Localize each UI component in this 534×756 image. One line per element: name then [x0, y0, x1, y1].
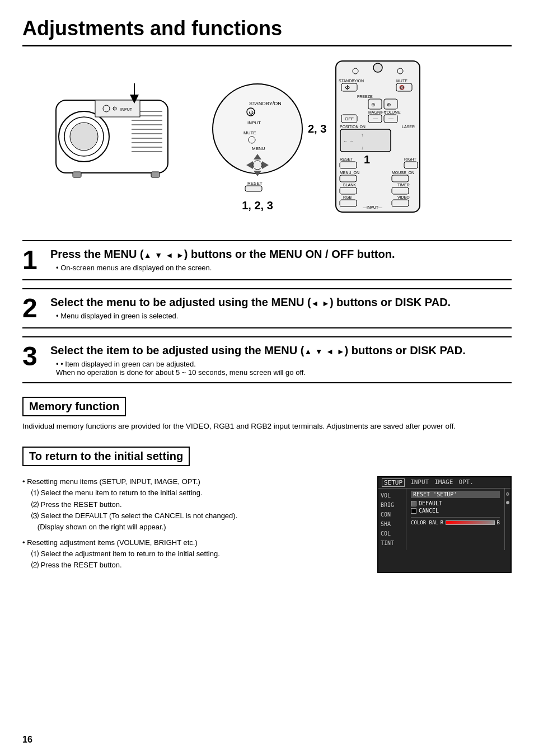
svg-text:MUTE: MUTE — [243, 130, 256, 135]
svg-point-38 — [373, 63, 382, 72]
svg-rect-14 — [95, 100, 140, 117]
menu-tab-image: IMAGE — [434, 478, 453, 487]
svg-rect-68 — [404, 162, 418, 168]
svg-text:MUTE: MUTE — [396, 79, 407, 83]
reset-bullet-1-sub2: ⑵ Press the RESET button. — [22, 499, 366, 510]
reset-bullet-1-sub3b: (Display shown on the right will appear.… — [22, 522, 366, 533]
svg-text:BLANK: BLANK — [343, 183, 356, 187]
svg-rect-42 — [341, 83, 357, 91]
bottom-section: Resetting menu items (SETUP, INPUT, IMAG… — [22, 476, 512, 573]
svg-rect-75 — [340, 187, 357, 194]
svg-rect-71 — [340, 175, 357, 182]
menu-label-con: CON — [381, 510, 404, 519]
svg-text:STANDBY/ON: STANDBY/ON — [339, 79, 364, 83]
svg-text:↓: ↓ — [361, 145, 363, 151]
svg-text:🔇: 🔇 — [399, 84, 405, 90]
svg-text:RGB: RGB — [343, 195, 352, 199]
diagram-area: INPUT STANDBY/ON — [22, 55, 512, 229]
svg-text:FREEZE: FREEZE — [357, 95, 373, 98]
reset-bullet-2: Resetting adjustment items (VOLUME, BRIG… — [22, 537, 366, 571]
page: Adjustments and functions — [0, 0, 534, 756]
step-2-heading: Select the menu to be adjusted using the… — [50, 295, 512, 309]
reset-bullet-1-sub3: ⑶ Select the DEFAULT (To select the CANC… — [22, 510, 366, 522]
menu-tab-bar: SETUP INPUT IMAGE OPT. — [378, 477, 510, 489]
svg-text:—INPUT—: —INPUT— — [363, 205, 382, 209]
menu-label-vol: VOL — [381, 491, 404, 500]
reset-instructions: Resetting menu items (SETUP, INPUT, IMAG… — [22, 476, 366, 573]
memory-function-text: Individual memory functions are provided… — [22, 421, 512, 432]
memory-function-heading: Memory function — [22, 397, 126, 416]
reset-bullet-2-sub1: ⑴ Select the adjustment item to return t… — [22, 548, 366, 560]
step-2-sub: Menu displayed in green is selected. — [50, 312, 512, 320]
svg-text:MENU_ON: MENU_ON — [340, 171, 359, 175]
menu-colorbar: COLOR BAL R B — [411, 517, 500, 525]
menu-dialog-title: RESET 'SETUP' — [411, 491, 500, 498]
menu-label-tint: TINT — [381, 538, 404, 548]
step-1-block: 1 Press the MENU (▲ ▼ ◄ ►) buttons or th… — [22, 240, 512, 280]
svg-text:INPUT: INPUT — [247, 120, 261, 125]
svg-text:POSITION ON: POSITION ON — [340, 125, 366, 129]
reset-bullet-1-sub1: ⑴ Select the menu item to return to the … — [22, 487, 366, 499]
step-2-number: 2 — [22, 295, 44, 322]
menu-labels: VOL BRIG CON SHA COL TINT — [378, 489, 406, 550]
diagram-label-123: 1, 2, 3 — [242, 199, 273, 212]
menu-tab-input: INPUT — [410, 478, 429, 487]
svg-text:⏻: ⏻ — [249, 110, 254, 115]
page-number: 16 — [22, 735, 32, 745]
reset-section-heading: To return to the initial setting — [22, 447, 190, 466]
menu-label-sha: SHA — [381, 519, 404, 529]
svg-text:RIGHT: RIGHT — [404, 157, 417, 161]
svg-text:⊕: ⊕ — [387, 102, 391, 107]
svg-text:TIMER: TIMER — [397, 183, 410, 187]
step-3-heading: Select the item to be adjusted using the… — [50, 343, 512, 358]
reset-bullet-1: Resetting menu items (SETUP, INPUT, IMAG… — [22, 476, 366, 533]
svg-text:RESET: RESET — [247, 181, 263, 186]
menu-icon-dot: ● — [506, 499, 509, 505]
svg-rect-80 — [392, 200, 409, 206]
step-1-content: Press the MENU (▲ ▼ ◄ ►) buttons or the … — [50, 247, 512, 272]
menu-tab-opt: OPT. — [458, 478, 474, 487]
svg-text:INPUT: INPUT — [120, 107, 133, 111]
svg-rect-76 — [392, 187, 409, 194]
step-1-heading: Press the MENU (▲ ▼ ◄ ►) buttons or the … — [50, 247, 512, 261]
step-3-sub2: When no operation is done for about 5 ~ … — [50, 368, 512, 377]
svg-text:OFF: OFF — [345, 116, 354, 121]
menu-screen: SETUP INPUT IMAGE OPT. VOL BRIG CON SHA … — [377, 476, 512, 573]
menu-option-default: DEFAULT — [411, 500, 500, 506]
svg-text:MOUSE_ON: MOUSE_ON — [392, 171, 414, 175]
reset-bullet-2-sub2: ⑵ Press the RESET button. — [22, 560, 366, 571]
menu-checkbox-cancel — [411, 508, 416, 514]
diagram-label-1: 1 — [364, 153, 370, 166]
svg-text:—: — — [373, 116, 378, 121]
svg-text:VOLUME: VOLUME — [384, 110, 401, 114]
step-2-content: Select the menu to be adjusted using the… — [50, 295, 512, 320]
menu-body: VOL BRIG CON SHA COL TINT RESET 'SETUP' … — [378, 489, 510, 550]
step-2-block: 2 Select the menu to be adjusted using t… — [22, 288, 512, 328]
svg-text:⊕: ⊕ — [371, 102, 376, 107]
projector-illustration: INPUT — [22, 55, 196, 206]
menu-label-brig: BRIG — [381, 500, 404, 510]
menu-checkbox-default — [411, 501, 416, 506]
menu-icon-gear: ⚙ — [506, 491, 509, 497]
step-3-content: Select the item to be adjusted using the… — [50, 343, 512, 377]
svg-text:←   →: ← → — [343, 139, 353, 144]
colorbar-track — [446, 520, 494, 525]
svg-text:MENU: MENU — [252, 146, 265, 151]
menu-label-col: COL — [381, 529, 404, 538]
center-diagram: STANDBY/ON ⏻ INPUT MUTE MENU RESET — [196, 55, 319, 218]
svg-text:⏻: ⏻ — [345, 85, 350, 90]
svg-rect-19 — [151, 172, 160, 177]
svg-point-21 — [213, 84, 302, 173]
step-3-sub1: • Item displayed in green can be adjuste… — [50, 360, 512, 368]
svg-text:LASER: LASER — [402, 125, 415, 129]
svg-point-16 — [113, 107, 116, 110]
diagram-label-23: 2, 3 — [308, 123, 326, 135]
svg-text:—: — — [388, 116, 394, 121]
svg-text:STANDBY/ON: STANDBY/ON — [249, 101, 282, 106]
svg-rect-79 — [340, 200, 357, 206]
menu-tab-setup: SETUP — [382, 478, 405, 487]
svg-rect-35 — [245, 186, 262, 191]
step-3-number: 3 — [22, 343, 44, 370]
remote-diagram-wrap: 2, 3 1 STANDBY/ON MUTE ⏻ 🔇 FREEZE — [319, 55, 512, 219]
svg-point-33 — [253, 161, 262, 170]
